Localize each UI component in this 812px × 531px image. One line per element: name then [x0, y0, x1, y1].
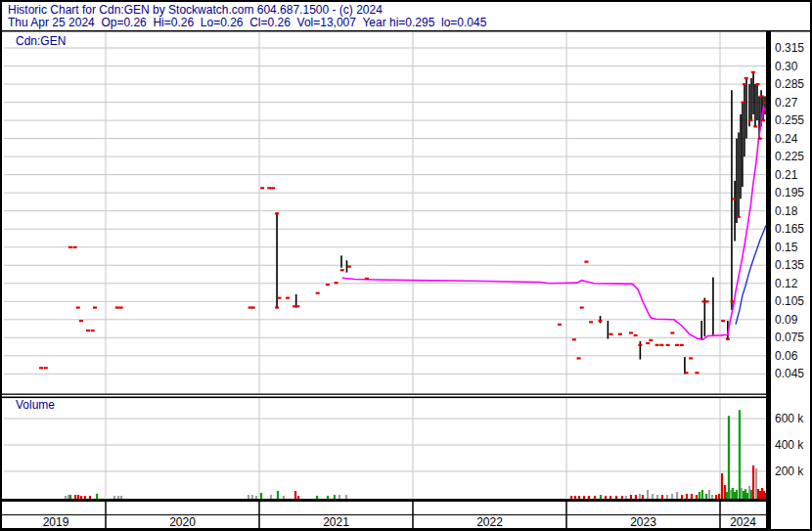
price-axis-label: 0.15 [775, 241, 797, 254]
price-axis-label: 0.165 [775, 222, 804, 236]
price-axis-label: 0.285 [775, 77, 804, 91]
price-axis-label: 0.06 [775, 349, 797, 363]
volume-pane-label: Volume [16, 398, 55, 412]
price-axis-label: 0.135 [775, 258, 804, 272]
price-axis-label: 0.225 [775, 150, 804, 163]
year-label: 2020 [169, 515, 196, 529]
year-label: 2024 [730, 515, 756, 529]
price-axis-label: 0.18 [775, 204, 797, 218]
volume-axis-label: 200 k [775, 465, 803, 478]
quote-summary: Thu Apr 25 2024 Op=0.26 Hi=0.26 Lo=0.26 … [8, 17, 486, 29]
price-axis-label: 0.195 [775, 186, 804, 199]
year-label: 2019 [43, 515, 69, 529]
year-label: 2021 [323, 515, 349, 529]
year-label: 2023 [630, 515, 656, 529]
price-axis-label: 0.075 [775, 331, 804, 344]
price-axis-label: 0.27 [775, 96, 797, 110]
year-label: 2022 [476, 515, 503, 529]
price-axis-label: 0.315 [775, 41, 804, 55]
chart-canvas [2, 2, 812, 531]
price-axis-label: 0.105 [775, 294, 804, 308]
volume-axis-label: 600 k [775, 412, 803, 425]
price-axis-label: 0.09 [775, 313, 797, 327]
price-axis-label: 0.12 [775, 277, 797, 290]
price-axis-label: 0.255 [775, 113, 804, 127]
stock-chart-window: Historic Chart for Cdn:GEN by Stockwatch… [0, 0, 812, 531]
symbol-label: Cdn:GEN [16, 34, 66, 48]
price-axis-label: 0.30 [775, 60, 797, 73]
price-axis-label: 0.21 [775, 168, 797, 182]
volume-axis-label: 400 k [775, 438, 803, 452]
price-axis-label: 0.045 [775, 367, 804, 380]
price-axis-label: 0.24 [775, 132, 797, 146]
